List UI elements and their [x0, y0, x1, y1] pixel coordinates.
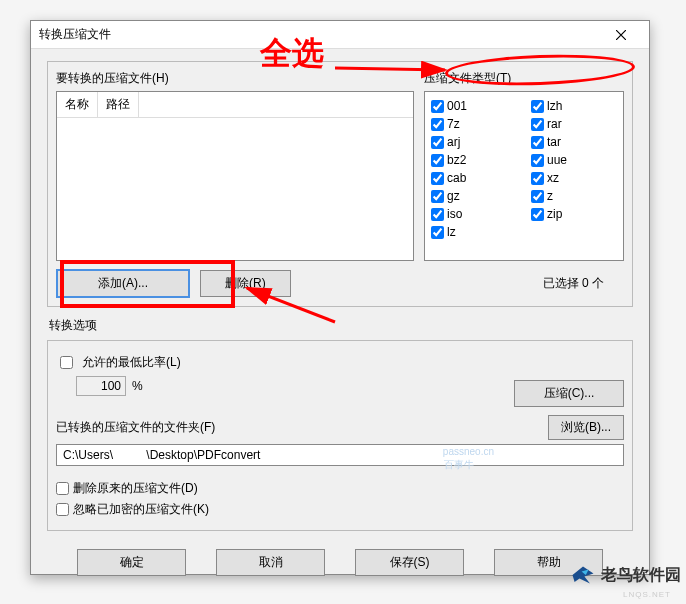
watermark-2: 百事牛	[444, 458, 474, 472]
type-uue[interactable]: uue	[531, 152, 601, 168]
archive-types-list: 001 7z arj bz2 cab gz iso lz lzh rar tar…	[424, 91, 624, 261]
site-logo: 老鸟软件园	[569, 561, 681, 589]
dialog-content: 要转换的压缩文件(H) 名称 路径 压缩文件类型(T) 001 7z arj	[31, 49, 649, 596]
checkbox-rar[interactable]	[531, 118, 544, 131]
logo-bird-icon	[569, 561, 597, 589]
checkbox-001[interactable]	[431, 100, 444, 113]
main-fieldset: 要转换的压缩文件(H) 名称 路径 压缩文件类型(T) 001 7z arj	[47, 61, 633, 307]
options-fieldset: 允许的最低比率(L) % 压缩(C)... 已转换的压缩文件的文件夹(F) 浏览…	[47, 340, 633, 531]
ok-button[interactable]: 确定	[77, 549, 186, 576]
archive-types-label: 压缩文件类型(T)	[424, 70, 624, 87]
checkbox-uue[interactable]	[531, 154, 544, 167]
conversion-options-label: 转换选项	[49, 317, 633, 334]
percent-label: %	[132, 379, 143, 393]
files-to-convert-label: 要转换的压缩文件(H)	[56, 70, 414, 87]
type-zip[interactable]: zip	[531, 206, 601, 222]
close-icon	[616, 30, 626, 40]
convert-archive-dialog: 转换压缩文件 要转换的压缩文件(H) 名称 路径 压缩文件类型(T)	[30, 20, 650, 575]
bottom-buttons: 确定 取消 保存(S) 帮助	[47, 541, 633, 584]
type-rar[interactable]: rar	[531, 116, 601, 132]
selected-count: 已选择 0 个	[543, 275, 604, 292]
files-to-convert-section: 要转换的压缩文件(H) 名称 路径	[56, 70, 414, 261]
type-001[interactable]: 001	[431, 98, 501, 114]
checkbox-xz[interactable]	[531, 172, 544, 185]
type-arj[interactable]: arj	[431, 134, 501, 150]
save-button[interactable]: 保存(S)	[355, 549, 464, 576]
converted-folder-label: 已转换的压缩文件的文件夹(F)	[56, 419, 548, 436]
checkbox-bz2[interactable]	[431, 154, 444, 167]
watermark-1: passneo.cn	[443, 446, 494, 457]
add-button[interactable]: 添加(A)...	[56, 269, 190, 298]
type-iso[interactable]: iso	[431, 206, 501, 222]
checkbox-arj[interactable]	[431, 136, 444, 149]
type-gz[interactable]: gz	[431, 188, 501, 204]
archive-types-section: 压缩文件类型(T) 001 7z arj bz2 cab gz iso lz l…	[424, 70, 624, 261]
checkbox-cab[interactable]	[431, 172, 444, 185]
col-path[interactable]: 路径	[98, 92, 139, 117]
ratio-input[interactable]	[76, 376, 126, 396]
skip-encrypted-checkbox[interactable]	[56, 503, 69, 516]
logo-text: 老鸟软件园	[601, 565, 681, 586]
type-lzh[interactable]: lzh	[531, 98, 601, 114]
remove-button[interactable]: 删除(R)	[200, 270, 291, 297]
checkbox-tar[interactable]	[531, 136, 544, 149]
folder-path-input[interactable]	[56, 444, 624, 466]
folder-section: 已转换的压缩文件的文件夹(F) 浏览(B)... passneo.cn 百事牛	[56, 415, 624, 466]
type-bz2[interactable]: bz2	[431, 152, 501, 168]
allow-min-ratio-label: 允许的最低比率(L)	[82, 354, 181, 371]
checkbox-lzh[interactable]	[531, 100, 544, 113]
allow-min-ratio-checkbox[interactable]	[60, 356, 73, 369]
type-7z[interactable]: 7z	[431, 116, 501, 132]
browse-button[interactable]: 浏览(B)...	[548, 415, 624, 440]
delete-original-checkbox[interactable]	[56, 482, 69, 495]
checkbox-z[interactable]	[531, 190, 544, 203]
titlebar: 转换压缩文件	[31, 21, 649, 49]
close-button[interactable]	[601, 21, 641, 49]
delete-original-label: 删除原来的压缩文件(D)	[73, 480, 198, 497]
checkbox-zip[interactable]	[531, 208, 544, 221]
cancel-button[interactable]: 取消	[216, 549, 325, 576]
dialog-title: 转换压缩文件	[39, 26, 601, 43]
checkbox-lz[interactable]	[431, 226, 444, 239]
skip-encrypted-label: 忽略已加密的压缩文件(K)	[73, 501, 209, 518]
checkbox-gz[interactable]	[431, 190, 444, 203]
checkbox-7z[interactable]	[431, 118, 444, 131]
col-name[interactable]: 名称	[57, 92, 98, 117]
file-listview[interactable]: 名称 路径	[56, 91, 414, 261]
type-xz[interactable]: xz	[531, 170, 601, 186]
type-lz[interactable]: lz	[431, 224, 501, 240]
type-tar[interactable]: tar	[531, 134, 601, 150]
type-cab[interactable]: cab	[431, 170, 501, 186]
checkbox-iso[interactable]	[431, 208, 444, 221]
type-z[interactable]: z	[531, 188, 601, 204]
logo-sub: LNQS.NET	[623, 590, 671, 599]
compress-button[interactable]: 压缩(C)...	[514, 380, 624, 407]
listview-header: 名称 路径	[57, 92, 413, 118]
